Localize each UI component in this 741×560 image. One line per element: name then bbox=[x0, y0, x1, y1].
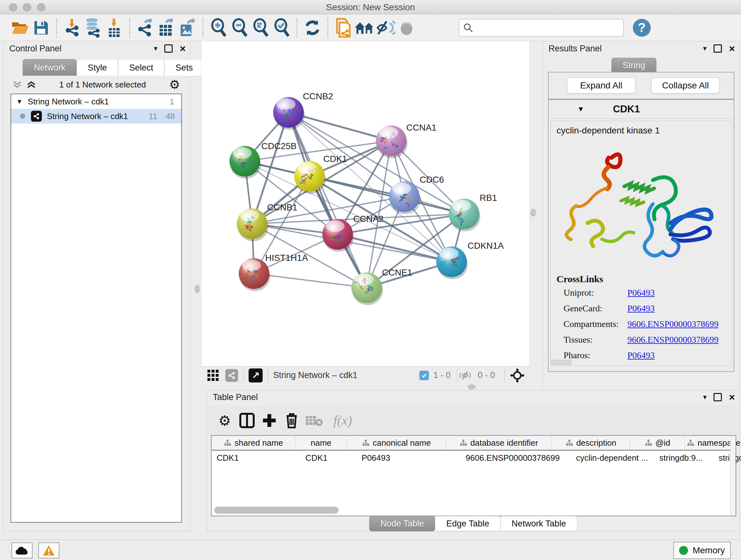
column-header--id[interactable]: @id bbox=[630, 436, 685, 450]
node-CDKN1A[interactable]: CDKN1A bbox=[436, 241, 504, 279]
table-cell[interactable]: P06493 bbox=[356, 450, 461, 465]
crosslink-link[interactable]: P06493 bbox=[627, 350, 655, 361]
crosslink-link[interactable]: 9606.ENSP00000378699 bbox=[627, 334, 718, 345]
help-button[interactable]: ? bbox=[633, 19, 651, 37]
node-RB1[interactable]: RB1 bbox=[449, 193, 497, 232]
results-panel-title: Results Panel bbox=[549, 44, 602, 54]
crosslink-link[interactable]: P06493 bbox=[627, 288, 655, 298]
refresh-button[interactable] bbox=[302, 17, 323, 38]
tab-network-table[interactable]: Network Table bbox=[500, 516, 577, 531]
node-position-crosshair-icon[interactable] bbox=[510, 368, 525, 383]
bottom-splitter-handle[interactable] bbox=[468, 384, 475, 389]
export-table-button[interactable] bbox=[156, 17, 177, 38]
grid-view-icon[interactable] bbox=[207, 369, 219, 382]
network-row[interactable]: String Network – cdk1 11 48 bbox=[11, 109, 181, 124]
string-home-button[interactable] bbox=[354, 17, 375, 38]
show-hide-graphics-button[interactable] bbox=[375, 17, 396, 38]
network-options-gear-icon[interactable]: ⚙ bbox=[169, 78, 180, 91]
create-column-button[interactable] bbox=[258, 409, 280, 432]
tab-node-table[interactable]: Node Table bbox=[369, 516, 435, 531]
control-panel-collapse-icon[interactable]: ▾ bbox=[154, 44, 157, 53]
show-columns-button[interactable] bbox=[236, 409, 258, 432]
import-network-file-button[interactable] bbox=[62, 17, 83, 38]
crosslink-link[interactable]: P06493 bbox=[627, 303, 655, 314]
birds-eye-view-icon[interactable]: ↗ bbox=[249, 368, 263, 382]
fit-content-button[interactable] bbox=[250, 17, 271, 38]
table-panel-close-icon[interactable]: × bbox=[729, 394, 735, 400]
right-splitter-handle[interactable] bbox=[531, 209, 536, 216]
table-cell[interactable]: 9606.ENSP00000378699 bbox=[461, 450, 571, 465]
expand-all-button[interactable]: Expand All bbox=[567, 78, 635, 94]
column-header-canonical-name[interactable]: canonical name bbox=[347, 436, 446, 450]
string-entry-panel: ▼ CDK1 cyclin-dependent kinase 1 bbox=[548, 99, 734, 372]
table-cell[interactable]: CDK1 bbox=[212, 450, 300, 465]
warnings-button[interactable] bbox=[38, 543, 59, 558]
memory-button[interactable]: Memory bbox=[673, 542, 731, 559]
eye-button[interactable] bbox=[396, 17, 417, 38]
node-CDK1[interactable]: CDK1 bbox=[294, 154, 347, 194]
collapse-all-icon[interactable] bbox=[12, 80, 22, 89]
crosslink-link[interactable]: 9606.ENSP00000378699 bbox=[627, 319, 718, 329]
save-session-button[interactable] bbox=[30, 17, 52, 38]
export-network-button[interactable] bbox=[135, 17, 156, 38]
column-header-name[interactable]: name bbox=[295, 436, 347, 450]
table-row[interactable]: CDK1CDK1P064939606.ENSP00000378699cyclin… bbox=[212, 450, 736, 465]
control-panel-float-icon[interactable] bbox=[164, 44, 173, 53]
table-horizontal-scrollbar[interactable] bbox=[214, 507, 339, 514]
table-panel-collapse-icon[interactable]: ▾ bbox=[703, 393, 706, 401]
node-CDC25B[interactable]: CDC25B bbox=[229, 141, 296, 179]
node-CCNB2[interactable]: CCNB2 bbox=[273, 91, 333, 130]
collapse-all-button[interactable]: Collapse All bbox=[651, 78, 720, 94]
save-disk-icon bbox=[33, 20, 49, 36]
control-panel-close-icon[interactable]: × bbox=[180, 45, 186, 52]
import-network-database-button[interactable] bbox=[83, 17, 104, 38]
zoom-in-button[interactable] bbox=[208, 17, 229, 38]
string-network-graph[interactable]: CCNB2CCNA1CDC25BCDK1CDC6RB1CCNB1CCNA2CDK… bbox=[201, 41, 529, 367]
delete-column-button[interactable] bbox=[280, 409, 303, 432]
memory-label: Memory bbox=[692, 545, 725, 556]
network-collection-row[interactable]: ▼ String Network – cdk1 1 bbox=[11, 94, 181, 109]
table-vertical-scrollbar[interactable] bbox=[730, 436, 736, 516]
edge-CCNE1-HIST1H1A[interactable] bbox=[254, 273, 367, 288]
zoom-selected-button[interactable] bbox=[271, 17, 292, 38]
table-panel-float-icon[interactable] bbox=[714, 393, 722, 401]
table-cell[interactable]: stringdb:9... bbox=[654, 450, 714, 465]
left-splitter-handle[interactable] bbox=[195, 285, 200, 293]
expand-all-icon[interactable] bbox=[26, 80, 36, 89]
entry-collapse-icon[interactable]: ▼ bbox=[577, 105, 584, 113]
tab-style[interactable]: Style bbox=[77, 59, 118, 76]
node-CDC6[interactable]: CDC6 bbox=[389, 175, 444, 214]
tab-network[interactable]: Network bbox=[23, 59, 77, 76]
export-image-button[interactable] bbox=[177, 17, 198, 38]
cloud-status-button[interactable] bbox=[11, 543, 32, 558]
tab-sets[interactable]: Sets bbox=[164, 59, 204, 76]
node-HIST1H1A[interactable]: HIST1H1A bbox=[239, 253, 308, 291]
search-field[interactable] bbox=[459, 19, 624, 37]
results-panel-close-icon[interactable]: × bbox=[729, 45, 735, 52]
tab-edge-table[interactable]: Edge Table bbox=[435, 516, 500, 531]
memory-status-dot bbox=[679, 546, 688, 555]
selected-checkbox-icon[interactable] bbox=[419, 371, 429, 380]
main-toolbar: ? bbox=[0, 14, 741, 41]
column-header-shared-name[interactable]: shared name bbox=[212, 436, 295, 450]
network-view-canvas[interactable]: CCNB2CCNA1CDC25BCDK1CDC6RB1CCNB1CCNA2CDK… bbox=[201, 41, 530, 367]
clone-network-button[interactable] bbox=[333, 17, 354, 38]
results-tab-string[interactable]: String bbox=[611, 58, 657, 73]
import-table-file-button[interactable] bbox=[104, 17, 125, 38]
results-panel-float-icon[interactable] bbox=[714, 44, 722, 53]
table-cell[interactable]: stringdb bbox=[714, 450, 741, 465]
network-share-view-icon[interactable] bbox=[225, 369, 238, 382]
table-options-gear-icon[interactable]: ⚙ bbox=[213, 409, 236, 432]
zoom-out-button[interactable] bbox=[229, 17, 250, 38]
results-panel-collapse-icon[interactable]: ▾ bbox=[703, 44, 706, 53]
open-session-button[interactable] bbox=[10, 17, 30, 38]
search-input[interactable] bbox=[473, 22, 609, 33]
collection-expand-icon[interactable]: ▼ bbox=[16, 98, 23, 105]
table-cell[interactable]: CDK1 bbox=[300, 450, 356, 465]
node-CCNA1[interactable]: CCNA1 bbox=[376, 123, 436, 159]
entry-scrollbar[interactable] bbox=[551, 360, 571, 365]
table-cell[interactable]: cyclin-dependent ... bbox=[571, 450, 654, 465]
column-header-database-identifier[interactable]: database identifier bbox=[446, 436, 552, 450]
tab-select[interactable]: Select bbox=[118, 59, 164, 76]
column-header-description[interactable]: description bbox=[552, 436, 630, 450]
